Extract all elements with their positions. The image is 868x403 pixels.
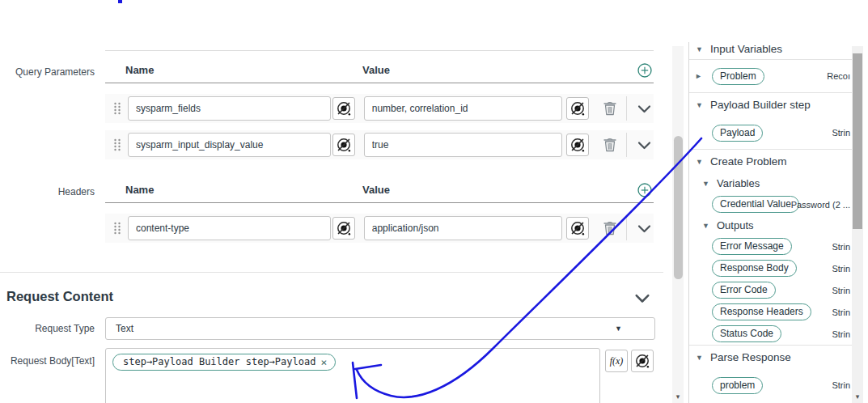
data-type-label: Strin (832, 242, 850, 252)
trash-icon (603, 137, 617, 153)
data-pill[interactable]: Response Body (712, 260, 797, 277)
request-body-field[interactable]: step→Payload Builder step→Payload × (105, 348, 600, 403)
main-scrollbar[interactable]: ▾ (672, 46, 684, 403)
request-type-select[interactable]: Text ▼ (105, 317, 655, 340)
table-row (105, 130, 654, 159)
data-pill[interactable]: Payload (712, 125, 763, 142)
tree-toggle-icon[interactable]: ▼ (696, 354, 707, 362)
data-pill[interactable]: Response Headers (712, 303, 811, 320)
fx-button[interactable]: f(x) (605, 350, 628, 372)
data-panel-row: Status Code Status Code Strin (689, 323, 852, 345)
tree-toggle-icon[interactable]: ▼ (696, 158, 707, 166)
name-column-header: Name (125, 184, 154, 196)
data-pill[interactable]: step→Payload Builder step→Payload × (112, 354, 336, 371)
tree-toggle-icon[interactable]: ▼ (696, 45, 707, 53)
tree-section-label[interactable]: Parse Response (710, 351, 791, 363)
tree-section-label[interactable]: Outputs (717, 219, 754, 231)
data-pill-picker-button[interactable] (566, 97, 589, 120)
value-column-header: Value (362, 184, 390, 196)
data-pill-picker-button[interactable] (332, 217, 355, 240)
divider (626, 133, 627, 157)
headers-section: Headers Name Value (0, 180, 663, 250)
scrollbar-thumb[interactable] (674, 136, 683, 279)
data-panel-row: ► Problem Problem Recoı (689, 60, 852, 92)
chevron-down-icon (637, 138, 652, 151)
request-type-value: Text (116, 323, 133, 334)
data-pill[interactable]: problem (712, 377, 763, 394)
table-row (105, 214, 654, 243)
data-pill[interactable]: Problem (712, 68, 764, 85)
data-panel-row: Credential Value Credential Value Passwo… (689, 193, 852, 215)
data-pill-picker-button[interactable] (332, 97, 355, 120)
divider (626, 96, 627, 121)
pill-picker-icon (335, 219, 353, 237)
delete-row-button[interactable] (602, 218, 620, 239)
collapse-section-button[interactable] (633, 289, 652, 308)
scrollbar-thumb[interactable] (853, 53, 862, 229)
tree-section-label[interactable]: Input Variables (710, 43, 782, 55)
data-panel-row: ▼ Parse Response Parse Response (689, 345, 852, 369)
data-pill-picker-button[interactable] (631, 350, 654, 372)
data-panel-row: Error Code Error Code Strin (689, 279, 852, 301)
pill-picker-icon (569, 136, 586, 154)
data-pill-picker-button[interactable] (332, 134, 355, 156)
trash-icon (603, 220, 617, 236)
rest-step-config-screen: Query Parameters Name Value (0, 0, 868, 403)
tree-toggle-icon[interactable]: ▼ (702, 180, 713, 188)
headers-table: Name Value (105, 180, 654, 243)
pill-picker-icon (633, 352, 651, 370)
expand-row-button[interactable] (634, 135, 654, 155)
pill-picker-icon (569, 100, 586, 117)
param-value-input[interactable] (364, 133, 562, 157)
data-panel: ▼ Input Variables Input Variables ► Prob… (688, 42, 852, 403)
data-pill[interactable]: Error Message (712, 238, 792, 255)
data-panel-row: ▼ Outputs Outputs (689, 215, 852, 235)
data-panel-scrollbar[interactable]: ▾ (852, 46, 863, 403)
delete-row-button[interactable] (602, 98, 620, 119)
data-panel-row: ▼ Input Variables Input Variables (689, 42, 852, 60)
data-pill-picker-button[interactable] (566, 134, 589, 156)
scroll-down-arrow[interactable]: ▾ (852, 392, 863, 401)
data-panel-row: Error Message Error Message Strin (689, 235, 852, 257)
data-panel-row: ▼ Create Problem Create Problem (689, 149, 852, 173)
table-row (105, 94, 654, 123)
tree-section-label[interactable]: Create Problem (710, 155, 787, 168)
tree-toggle-icon[interactable]: ▼ (702, 222, 713, 230)
header-value-input[interactable] (364, 216, 562, 240)
data-pill[interactable]: Status Code (712, 325, 781, 342)
expand-row-button[interactable] (634, 218, 654, 238)
query-parameters-label: Query Parameters (0, 66, 95, 78)
data-pill[interactable]: Error Code (712, 282, 776, 299)
tree-section-label[interactable]: Variables (717, 177, 760, 189)
data-panel-row: problem problem Strin (689, 369, 852, 401)
data-type-label: Strin (832, 308, 850, 317)
data-panel-row: Response Body Response Body Strin (689, 257, 852, 279)
tree-toggle-icon[interactable]: ► (695, 72, 712, 80)
data-pill-text: step→Payload Builder step→Payload (123, 356, 315, 367)
param-value-input[interactable] (364, 96, 562, 121)
data-type-label: Recoı (827, 71, 850, 81)
drag-handle-icon[interactable] (113, 102, 121, 115)
table-header: Name Value (105, 61, 654, 83)
remove-pill-button[interactable]: × (320, 357, 327, 367)
drag-handle-icon[interactable] (113, 138, 121, 151)
data-pill[interactable]: Credential Value (712, 196, 799, 213)
data-pill-picker-button[interactable] (566, 217, 589, 240)
data-type-label: Strin (832, 264, 850, 274)
param-name-input[interactable] (128, 133, 331, 157)
table-header: Name Value (105, 180, 654, 203)
scroll-down-arrow[interactable]: ▾ (672, 392, 684, 401)
expand-row-button[interactable] (634, 99, 654, 118)
tree-toggle-icon[interactable]: ▼ (696, 101, 707, 109)
drag-handle-icon[interactable] (113, 222, 121, 235)
tree-section-label[interactable]: Payload Builder step (710, 99, 811, 111)
request-content-title: Request Content (6, 289, 652, 304)
add-row-button[interactable] (637, 183, 653, 199)
data-panel-row: ▼ Payload Builder step Payload Builder s… (689, 92, 852, 117)
query-parameters-section: Query Parameters Name Value (0, 61, 663, 167)
param-name-input[interactable] (128, 96, 331, 121)
add-row-button[interactable] (637, 63, 653, 79)
delete-row-button[interactable] (602, 134, 620, 155)
header-name-input[interactable] (128, 216, 331, 240)
request-body-label: Request Body[Text] (0, 355, 95, 367)
